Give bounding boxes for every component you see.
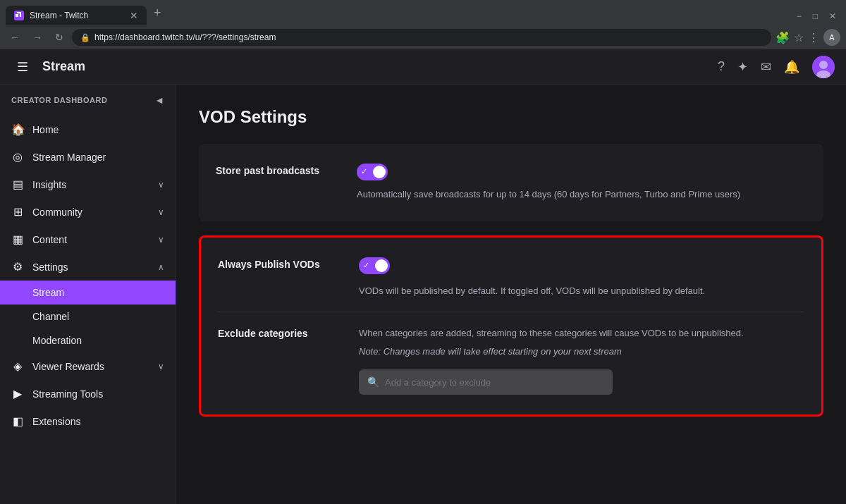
browser-tab-bar: Stream - Twitch ✕ + − □ ✕ [0, 0, 846, 25]
sidebar-item-label: Viewer Rewards [32, 361, 149, 372]
sidebar-item-label: Content [32, 234, 149, 245]
window-close-icon[interactable]: ✕ [825, 10, 840, 23]
store-broadcasts-description: Automatically save broadcasts for up to … [357, 188, 807, 202]
nav-forward-button[interactable]: → [28, 29, 47, 46]
top-bar: ☰ Stream ? ✦ ✉ 🔔 [0, 49, 846, 85]
sidebar-item-settings[interactable]: ⚙ Settings ∧ [0, 253, 176, 281]
tab-title: Stream - Twitch [30, 11, 88, 20]
exclude-categories-note: Note: Changes made will take effect star… [359, 345, 804, 359]
always-publish-label: Always Publish VODs [218, 257, 359, 270]
mail-icon[interactable]: ✉ [761, 59, 771, 75]
search-icon: 🔍 [367, 376, 379, 388]
sidebar-item-home[interactable]: 🏠 Home [0, 116, 176, 143]
svg-rect-0 [16, 14, 18, 17]
home-icon: 🏠 [11, 123, 24, 136]
always-publish-row: Always Publish VODs ✓ VODs will be publi… [218, 252, 804, 313]
sidebar-item-insights[interactable]: ▤ Insights ∨ [0, 171, 176, 198]
app-title: Stream [42, 59, 718, 74]
settings-icon: ⚙ [11, 260, 24, 273]
insights-icon: ▤ [11, 178, 24, 191]
sidebar-collapse-button[interactable]: ◄ [154, 94, 164, 106]
sidebar-header-label: CREATOR DASHBOARD [11, 96, 107, 104]
stars-icon[interactable]: ✦ [737, 59, 748, 75]
exclude-categories-label: Exclude categories [218, 326, 359, 339]
sidebar-item-label: Insights [32, 179, 149, 190]
sub-item-moderation-label: Moderation [32, 335, 82, 346]
store-broadcasts-toggle[interactable]: ✓ [357, 164, 388, 180]
sidebar-item-label: Extensions [32, 416, 164, 427]
nav-refresh-button[interactable]: ↻ [51, 29, 68, 46]
sidebar-item-community[interactable]: ⊞ Community ∨ [0, 198, 176, 226]
store-broadcasts-card: Store past broadcasts ✓ Automatically sa… [199, 144, 823, 221]
sidebar-item-label: Community [32, 207, 149, 218]
always-publish-content: ✓ VODs will be published by default. If … [359, 257, 804, 298]
sidebar-item-streaming-tools[interactable]: ▶ Streaming Tools [0, 380, 176, 407]
svg-point-2 [819, 61, 828, 69]
notification-icon[interactable]: 🔔 [784, 59, 799, 75]
bookmark-icon[interactable]: ☆ [794, 31, 804, 44]
content-icon: ▦ [11, 233, 24, 246]
page-title: VOD Settings [199, 107, 823, 127]
viewer-rewards-expand-icon: ∨ [158, 362, 164, 371]
store-broadcasts-row: Store past broadcasts ✓ Automatically sa… [216, 158, 807, 207]
content-area: VOD Settings Store past broadcasts ✓ [176, 85, 846, 504]
highlighted-section: Always Publish VODs ✓ VODs will be publi… [199, 235, 823, 417]
top-bar-actions: ? ✦ ✉ 🔔 [718, 56, 835, 78]
sub-item-channel-label: Channel [32, 311, 69, 322]
community-expand-icon: ∨ [158, 207, 164, 217]
stream-manager-icon: ◎ [11, 150, 24, 164]
sidebar-item-label: Settings [32, 262, 149, 273]
sidebar-item-label: Streaming Tools [32, 388, 164, 400]
content-expand-icon: ∨ [158, 235, 164, 245]
settings-expand-icon: ∧ [158, 262, 164, 272]
store-broadcasts-content: ✓ Automatically save broadcasts for up t… [357, 164, 807, 202]
highlighted-inner: Always Publish VODs ✓ VODs will be publi… [201, 238, 821, 415]
sidebar-sub-item-channel[interactable]: Channel [0, 305, 176, 328]
sidebar-sub-item-stream[interactable]: Stream [0, 281, 176, 305]
app-container: ☰ Stream ? ✦ ✉ 🔔 CREATOR DASHBOARD ◄ 🏠 H… [0, 49, 846, 504]
sidebar-item-content[interactable]: ▦ Content ∨ [0, 226, 176, 253]
community-icon: ⊞ [11, 205, 24, 219]
sidebar-nav: 🏠 Home ◎ Stream Manager ▤ Insights ∨ ⊞ C… [0, 116, 176, 435]
sub-item-stream-label: Stream [32, 287, 64, 298]
new-tab-button[interactable]: + [148, 3, 167, 23]
sidebar-sub-item-moderation[interactable]: Moderation [0, 328, 176, 352]
tab-favicon [14, 11, 24, 20]
window-minimize-icon[interactable]: − [792, 10, 806, 23]
browser-profile-avatar[interactable]: A [823, 29, 840, 46]
address-lock-icon: 🔒 [80, 33, 90, 42]
always-publish-description: VODs will be published by default. If to… [359, 284, 804, 298]
nav-back-button[interactable]: ← [6, 29, 24, 46]
tab-close-icon[interactable]: ✕ [130, 10, 138, 21]
category-search-input[interactable] [385, 377, 604, 388]
active-tab[interactable]: Stream - Twitch ✕ [6, 6, 147, 25]
sidebar-item-label: Stream Manager [32, 152, 164, 163]
category-search-container: 🔍 [359, 369, 613, 395]
sidebar-item-extensions[interactable]: ◧ Extensions [0, 407, 176, 435]
hamburger-button[interactable]: ☰ [11, 56, 34, 78]
user-avatar[interactable] [812, 56, 835, 78]
main-layout: CREATOR DASHBOARD ◄ 🏠 Home ◎ Stream Mana… [0, 85, 846, 504]
insights-expand-icon: ∨ [158, 180, 164, 190]
help-icon[interactable]: ? [718, 59, 725, 74]
sidebar-item-label: Home [32, 124, 164, 135]
sidebar: CREATOR DASHBOARD ◄ 🏠 Home ◎ Stream Mana… [0, 85, 176, 504]
browser-toolbar: ← → ↻ 🔒 https://dashboard.twitch.tv/u/??… [0, 25, 846, 49]
address-text: https://dashboard.twitch.tv/u/???/settin… [94, 32, 276, 42]
exclude-categories-row: Exclude categories When categories are a… [218, 312, 804, 400]
exclude-categories-content: When categories are added, streaming to … [359, 326, 804, 395]
address-bar-container[interactable]: 🔒 https://dashboard.twitch.tv/u/???/sett… [72, 29, 771, 46]
sidebar-item-viewer-rewards[interactable]: ◈ Viewer Rewards ∨ [0, 352, 176, 380]
extensions-icon[interactable]: 🧩 [776, 31, 790, 44]
viewer-rewards-icon: ◈ [11, 359, 24, 373]
extensions-icon: ◧ [11, 414, 24, 428]
sidebar-header: CREATOR DASHBOARD ◄ [0, 85, 176, 116]
exclude-categories-description: When categories are added, streaming to … [359, 326, 804, 340]
browser-chrome: Stream - Twitch ✕ + − □ ✕ ← → ↻ 🔒 https:… [0, 0, 846, 49]
window-maximize-icon[interactable]: □ [809, 10, 822, 23]
always-publish-toggle[interactable]: ✓ [359, 257, 390, 274]
sidebar-item-stream-manager[interactable]: ◎ Stream Manager [0, 143, 176, 171]
store-broadcasts-label: Store past broadcasts [216, 164, 357, 176]
streaming-tools-icon: ▶ [11, 387, 24, 400]
browser-menu-icon[interactable]: ⋮ [808, 31, 819, 44]
